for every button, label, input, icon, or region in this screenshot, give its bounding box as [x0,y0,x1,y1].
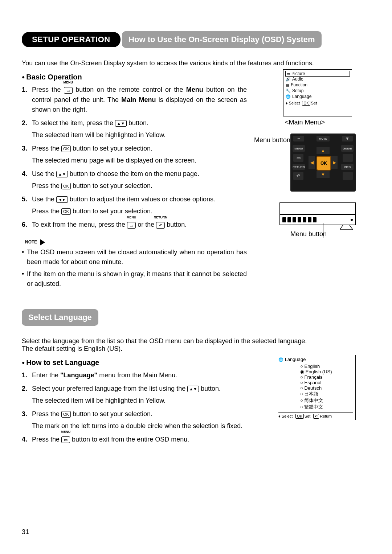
ok-icon: OK [61,208,71,215]
menu-button-icon: MENU ▭ [127,220,136,230]
updown-icon: ▲▼ [187,386,199,392]
picture-icon: ▭ [286,71,290,76]
ok-icon: OK [61,183,71,189]
lang-item: Español [300,380,353,385]
return-label: RETURN [293,164,305,170]
lang-item: English [300,364,353,369]
step-4: 4. Use the ▲▼ button to choose the item … [22,169,247,191]
lang-step-3: 3. Press the OK button to set your selec… [22,409,247,431]
menu-button-icon: MENU ▭ [64,85,73,95]
arrow-right-icon: ▶ [331,156,338,169]
main-menu-caption: <Main Menu> [254,119,356,126]
note-header: NOTE [22,239,40,245]
chapter-heading: SETUP OPERATION [22,32,121,47]
mute-button: MUTE [317,136,330,141]
subhead-basic-operation: Basic Operation [22,73,247,81]
ok-icon: OK [61,145,71,152]
menu-button-icon: MENU ▭ [61,435,70,444]
step-5: 5. Use the ◄► button to adjust the item … [22,194,247,216]
ok-button: OK [317,156,331,171]
lang-step-4: 4. Press the MENU ▭ button to exit from … [22,435,247,445]
arrow-up-icon: ▲ [317,147,330,154]
section-heading-osd: How to Use the On-Screen Display (OSD) S… [122,31,321,48]
language-intro: Select the language from the list so tha… [22,337,370,353]
leftright-icon: ◄► [56,196,68,203]
ok-icon: OK [61,411,71,418]
lang-item: 简体中文 [300,397,353,404]
lang-item-selected: English (US) [300,369,353,374]
lang-step-1: 1. Enter the "Language" menu from the Ma… [22,370,247,380]
remote-diagram: Menu button − MUTE ▼ MENU GUIDE ▭ RETURN… [290,134,356,192]
return-icon-button: ↶ [293,172,303,180]
step-6: 6. To exit from the menu, press the MENU… [22,220,247,230]
updown-icon: ▲▼ [115,120,127,127]
step-1: 1. Press the MENU ▭ button on the remote… [22,85,247,115]
intro-text: You can use the On-Screen Display system… [22,59,370,67]
arrow-down-icon: ▼ [317,171,330,178]
language-menu-diagram: 🌐 Language English English (US) Français… [276,355,356,420]
subhead-how-to-set-language: How to set Language [22,358,247,367]
page-number: 31 [22,528,29,536]
menu-button: MENU [293,145,305,152]
down-triangle-icon: ▼ [342,136,353,141]
note-2: If the item on the menu is shown in gray… [22,269,247,289]
arrow-left-icon: ◀ [309,156,315,169]
step-3: 3. Press the OK button to set your selec… [22,144,247,165]
language-steps: 1. Enter the "Language" menu from the Ma… [22,370,247,445]
step-2: 2. To select the item, press the ▲▼ butt… [22,118,247,140]
minus-icon: − [293,136,304,141]
tv-panel-diagram: Menu button [279,202,356,238]
menu-icon-button: ▭ [293,154,303,162]
return-key-icon: ↶ [313,414,319,419]
globe-icon: 🌐 [278,357,283,362]
updown-icon: ▲▼ [56,171,68,177]
menu-button-label: Menu button [254,136,290,144]
note-1: The OSD menu screen will be closed autom… [22,247,247,267]
return-button-icon: RETURN ↶ [156,220,165,230]
notes-list: The OSD menu screen will be closed autom… [22,247,247,289]
main-menu-diagram: ▭Picture 🔊Audio ▦Function 🔧Setup 🌐Langua… [283,69,352,116]
lang-step-2: 2. Select your preferred language from t… [22,384,247,406]
function-icon: ▦ [286,83,289,87]
lang-item: 繁體中文 [300,404,353,410]
section-heading-language: Select Language [22,309,98,326]
guide-button: GUIDE [341,145,354,152]
lang-item: 日本語 [300,391,353,397]
audio-icon: 🔊 [286,77,291,82]
setup-icon: 🔧 [286,89,291,93]
lang-item: Français [300,374,353,380]
language-icon: 🌐 [286,94,291,99]
lang-item: Deutsch [300,385,353,391]
info-button: INFO [341,164,354,170]
basic-operation-steps: 1. Press the MENU ▭ button on the remote… [22,85,247,230]
